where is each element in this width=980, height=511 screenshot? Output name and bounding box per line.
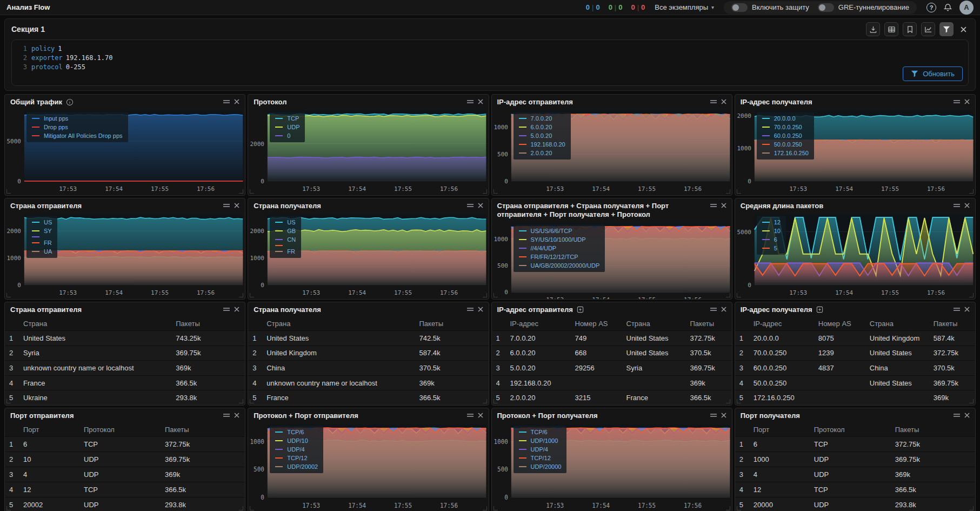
expand-icon[interactable] <box>577 306 584 313</box>
legend-item[interactable]: UDP/20000 <box>519 463 562 470</box>
table-row[interactable]: 26.0.0.20668United States370.5k <box>492 346 732 361</box>
legend-item[interactable]: TCP/12 <box>275 455 318 461</box>
close-icon[interactable] <box>478 306 483 312</box>
table-row[interactable]: 3China370.5k <box>248 360 488 375</box>
menu-icon[interactable] <box>466 98 474 104</box>
legend-item[interactable]: UDP <box>275 124 299 130</box>
close-icon[interactable] <box>964 412 970 418</box>
close-icon[interactable] <box>964 98 970 104</box>
table-row[interactable]: 5172.16.0.250369k <box>735 390 975 405</box>
close-icon[interactable] <box>721 202 726 208</box>
legend-item[interactable]: TCP/6 <box>275 429 318 435</box>
legend-item[interactable]: TCP <box>275 115 299 122</box>
menu-icon[interactable] <box>223 98 230 104</box>
close-icon[interactable] <box>234 98 239 104</box>
menu-icon[interactable] <box>223 412 230 418</box>
table-row[interactable]: 4192.168.0.20369k <box>492 375 732 390</box>
table-row[interactable]: 5Ukraine293.8k <box>5 390 245 405</box>
table-row[interactable]: 21000UDP369.75k <box>735 452 975 467</box>
legend-item[interactable]: UDP/4 <box>275 446 318 453</box>
bookmark-icon[interactable] <box>903 22 917 36</box>
table-row[interactable]: 5France366.5k <box>248 390 488 405</box>
menu-icon[interactable] <box>710 98 717 104</box>
legend-item[interactable] <box>32 236 52 237</box>
legend-item[interactable]: SY/US/10/1000/UDP <box>519 236 600 243</box>
legend-item[interactable]: UDP/4 <box>519 446 562 453</box>
legend-item[interactable]: US <box>275 219 296 225</box>
legend-item[interactable]: 12 <box>762 219 781 225</box>
legend-item[interactable]: 50.0.0.250 <box>762 141 809 148</box>
close-icon[interactable] <box>964 202 970 208</box>
menu-icon[interactable] <box>710 202 717 208</box>
close-icon[interactable] <box>234 202 239 208</box>
legend-item[interactable]: TCP/12 <box>519 455 562 461</box>
legend-item[interactable]: UA/GB/20002/20000/UDP <box>519 262 600 269</box>
close-icon[interactable] <box>478 202 483 208</box>
legend-item[interactable]: FR/FR/12/12/TCP <box>519 254 600 260</box>
info-icon[interactable] <box>66 98 74 106</box>
table-row[interactable]: 120.0.0.08075United Kingdom587.4k <box>735 330 975 346</box>
legend-item[interactable]: 5 <box>762 245 781 251</box>
menu-icon[interactable] <box>710 412 717 418</box>
toggle-switch[interactable] <box>731 3 748 12</box>
legend-item[interactable]: SY <box>32 228 52 234</box>
bell-icon[interactable] <box>944 3 952 12</box>
close-icon[interactable] <box>478 412 483 418</box>
table-row[interactable]: 52.0.0.203215France366.5k <box>492 390 732 405</box>
legend-item[interactable]: 6.0.0.20 <box>519 124 565 130</box>
table-row[interactable]: 450.0.0.250United States369.75k <box>735 375 975 390</box>
table-row[interactable]: 210UDP369.75k <box>5 452 245 467</box>
code-editor[interactable]: 1policy12exporter192.168.1.703protocol0-… <box>18 44 962 72</box>
legend-item[interactable]: 7.0.0.20 <box>519 115 565 122</box>
avatar[interactable]: A <box>959 1 974 15</box>
table-row[interactable]: 412TCP366.5k <box>735 482 975 497</box>
menu-icon[interactable] <box>223 202 230 208</box>
table-row[interactable]: 2United Kingdom587.4k <box>248 346 488 361</box>
legend-item[interactable]: UDP/20002 <box>275 463 318 470</box>
legend-item[interactable]: Mitigator All Policies Drop pps <box>32 132 123 139</box>
close-icon[interactable] <box>958 22 969 36</box>
legend-item[interactable]: UDP/10 <box>275 437 318 444</box>
close-icon[interactable] <box>234 412 239 418</box>
close-icon[interactable] <box>478 98 483 104</box>
table-row[interactable]: 3unknown country name or localhost369k <box>5 360 245 375</box>
table-row[interactable]: 16TCP372.75k <box>5 436 245 452</box>
legend-item[interactable]: 192.168.0.20 <box>519 141 565 148</box>
table-row[interactable]: 16TCP372.75k <box>735 436 975 452</box>
download-icon[interactable] <box>866 22 880 36</box>
legend-item[interactable]: 172.16.0.250 <box>762 150 809 156</box>
refresh-button[interactable]: Обновить <box>903 67 963 81</box>
legend-item[interactable]: Input pps <box>32 115 123 122</box>
legend-item[interactable]: 70.0.0.250 <box>762 124 809 130</box>
table-row[interactable]: 34UDP369k <box>735 467 975 482</box>
menu-icon[interactable] <box>953 98 961 104</box>
table-row[interactable]: 270.0.0.2501239United States372.75k <box>735 346 975 361</box>
close-icon[interactable] <box>721 98 726 104</box>
legend-item[interactable]: Drop pps <box>32 124 123 130</box>
table-row[interactable]: 4France366.5k <box>5 375 245 390</box>
table-row[interactable]: 1United States742.5k <box>248 330 488 346</box>
menu-icon[interactable] <box>466 306 474 312</box>
legend-item[interactable]: UA <box>32 248 52 255</box>
legend-item[interactable]: 10 <box>762 228 781 234</box>
table-row[interactable]: 17.0.0.20749United States372.75k <box>492 330 732 346</box>
legend-item[interactable] <box>275 245 296 246</box>
help-icon[interactable]: ? <box>926 3 936 12</box>
legend-item[interactable]: TCP/6 <box>519 429 562 435</box>
close-icon[interactable] <box>721 412 726 418</box>
legend-item[interactable]: FR <box>275 248 296 255</box>
instances-dropdown[interactable]: Все экземпляры ▾ <box>655 3 714 11</box>
table-row[interactable]: 520000UDP293.8k <box>735 497 975 511</box>
menu-icon[interactable] <box>466 412 474 418</box>
table-row[interactable]: 34UDP369k <box>5 467 245 482</box>
legend-item[interactable]: 0 <box>275 132 299 139</box>
toggle-switch[interactable] <box>818 3 834 12</box>
table-row[interactable]: 1United States743.25k <box>5 330 245 346</box>
legend-item[interactable]: 20.0.0.0 <box>762 115 809 122</box>
menu-icon[interactable] <box>466 202 474 208</box>
legend-item[interactable]: US/US/6/6/TCP <box>519 228 600 234</box>
table-row[interactable]: 35.0.0.2029256Syria369.75k <box>492 360 732 375</box>
table-row[interactable]: 520002UDP293.8k <box>5 497 245 511</box>
menu-icon[interactable] <box>710 306 717 312</box>
table-icon[interactable] <box>884 22 898 36</box>
